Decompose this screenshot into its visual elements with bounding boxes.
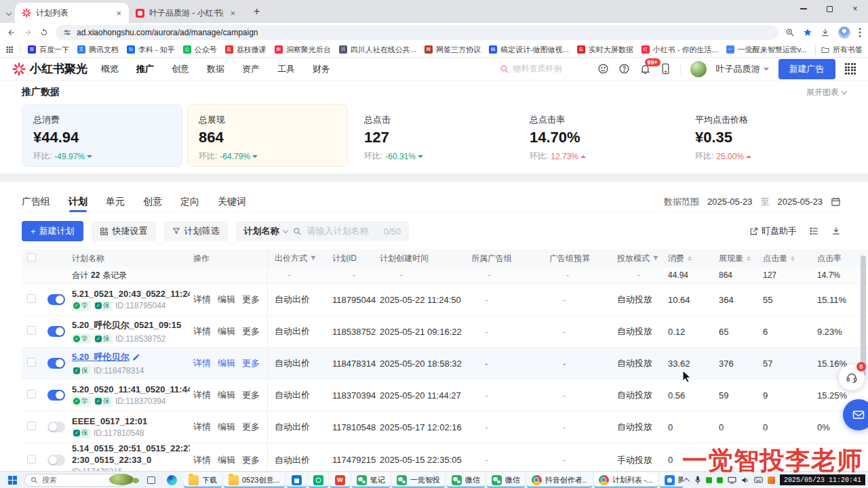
action-detail[interactable]: 详情 [193,421,211,433]
action-detail[interactable]: 详情 [193,454,211,466]
taskbar-item[interactable] [142,472,160,488]
taskbar-item[interactable]: 计划列表 -... [594,472,658,488]
plan-name[interactable]: 5.20_呼伦贝尔 [72,351,130,363]
taskbar-item[interactable]: 微信 [487,472,525,488]
entity-tab[interactable]: 广告组 [22,192,50,212]
row-checkbox[interactable] [27,326,36,335]
action-edit[interactable]: 编辑 [218,325,235,338]
entity-tab[interactable]: 定向 [180,192,199,212]
col-cost[interactable]: 消费 [668,253,719,264]
bookmark-item[interactable]: 川 四川人社在线公共... [335,43,420,56]
maximize-button[interactable] [816,0,842,18]
support-headset-button[interactable]: 0 [839,365,865,390]
plan-filter-button[interactable]: 计划筛选 [164,221,228,241]
action-edit[interactable]: 编辑 [218,357,235,369]
date-from-input[interactable]: 2025-05-23 [707,197,753,207]
row-checkbox[interactable] [27,390,36,399]
zoom-icon[interactable] [785,28,795,37]
entity-tab[interactable]: 计划 [68,192,87,212]
start-button[interactable] [3,476,22,485]
minimize-button[interactable] [791,0,816,18]
export-download-icon[interactable] [831,226,841,236]
taskbar-item[interactable]: 腾讯会议 [660,472,683,488]
entity-tab[interactable]: 单元 [106,192,125,212]
row-checkbox[interactable] [27,294,36,303]
col-clicks[interactable]: 点击量 [763,253,817,264]
select-all-checkbox[interactable] [27,253,36,262]
action-edit[interactable]: 编辑 [218,421,235,433]
entity-tab[interactable]: 关键词 [218,192,246,212]
new-plan-button[interactable]: + 新建计划 [22,221,83,241]
bookmark-item[interactable]: 网 网签三方协议 [420,43,485,56]
plan-name[interactable]: 5.20_0520_11:41_0520_11:44 [72,384,190,394]
table-scrollbar[interactable] [861,256,866,376]
smiley-icon[interactable] [597,63,609,75]
bookmark-item[interactable]: 实 实时大屏数据 [573,43,637,56]
header-search-input[interactable]: 物料资质样例 [500,63,588,75]
calendar-icon[interactable] [831,197,841,207]
account-menu[interactable]: 叶子品质游 [716,63,769,75]
action-detail[interactable]: 详情 [193,293,211,306]
all-bookmarks-button[interactable]: 所有书签 [815,45,863,55]
url-bar[interactable]: ad.xiaohongshu.com/aurora/ad/manage/camp… [56,25,778,40]
row-toggle[interactable] [47,326,65,337]
col-impressions[interactable]: 展现量 [719,253,763,264]
browser-menu-icon[interactable] [859,28,861,37]
download-icon[interactable] [821,28,830,37]
action-more[interactable]: 更多 [242,357,260,369]
profile-avatar[interactable] [838,26,850,39]
nav-item[interactable]: 资产 [242,63,260,75]
bookmark-item[interactable]: 知 李科 - 知乎 [123,43,179,56]
browser-tab-active[interactable]: 计划列表 × [15,3,129,23]
forward-icon[interactable] [23,28,33,37]
bookmark-item[interactable]: 稿 稿定设计-做图做视... [485,43,573,56]
browser-tab[interactable]: 叶子品质游 - 小红书搜索 × [129,3,243,23]
row-toggle[interactable] [47,294,65,305]
taskbar-item[interactable]: 下载 [184,472,222,488]
taskbar-item[interactable]: 微信 [447,472,485,488]
row-toggle[interactable] [47,422,65,432]
mobile-icon[interactable] [660,63,671,75]
close-button[interactable]: × [842,0,868,18]
plan-name[interactable]: 5.21_0521_20:43_0522_11:24 [72,289,190,299]
apps-grid-icon[interactable] [5,45,14,54]
row-checkbox[interactable] [27,358,36,367]
reload-icon[interactable] [39,28,49,37]
action-more[interactable]: 更多 [242,293,260,306]
expand-chart-button[interactable]: 展开图表 [806,87,846,98]
row-checkbox[interactable] [27,422,36,430]
row-checkbox[interactable] [27,455,36,464]
tray-expand-icon[interactable] [683,477,690,484]
col-mode[interactable]: 投放模式 [617,253,668,264]
bookmark-item[interactable]: 百 百度一下 [24,43,73,56]
bookmark-star-icon[interactable] [803,28,812,37]
help-icon[interactable] [618,63,630,75]
tab-search-icon[interactable] [7,7,11,17]
edit-pencil-icon[interactable] [132,353,140,361]
search-field-select[interactable]: 计划名称 [244,225,288,237]
action-more[interactable]: 更多 [242,389,260,401]
nav-item[interactable]: 工具 [277,63,295,75]
taskbar-item[interactable]: 0523创意... [224,472,285,488]
new-tab-button[interactable]: + [248,5,265,18]
action-detail[interactable]: 详情 [193,357,211,369]
taskbar-item[interactable]: 一觉智投 [392,472,445,488]
nav-item[interactable]: 财务 [313,63,330,75]
bookmark-item[interactable]: 聚 洞察聚光后台 [271,43,335,56]
plan-name[interactable]: 5.14_0515_20:51_0515_22:27_0515_2 [72,443,190,453]
action-edit[interactable]: 编辑 [218,293,235,306]
bookmark-item[interactable]: 公 公众号 [179,43,221,56]
bookmark-item[interactable]: 文 腾讯文档 [73,43,123,56]
row-toggle[interactable] [47,455,65,466]
bookmark-item[interactable]: 红 小红书 - 你的生活... [637,43,722,56]
col-bid[interactable]: 出价方式 [268,253,332,264]
quick-settings-button[interactable]: 快捷设置 [92,221,156,241]
bookmark-item[interactable]: 荔 荔枝微课 [221,43,271,56]
action-edit[interactable]: 编辑 [218,389,235,401]
taskbar-item[interactable] [330,472,350,488]
action-detail[interactable]: 详情 [193,389,211,401]
row-toggle[interactable] [47,358,65,369]
tab-close-icon[interactable]: × [228,8,237,18]
taskbar-item[interactable]: 抖音创作者... [527,472,592,488]
date-to-input[interactable]: 2025-05-23 [778,197,823,207]
